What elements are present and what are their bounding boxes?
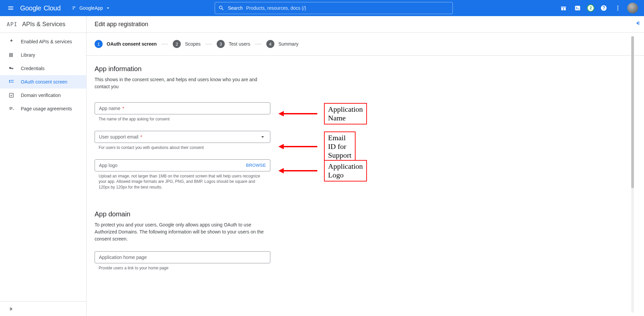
svg-point-4 xyxy=(617,6,618,7)
svg-rect-7 xyxy=(9,80,10,81)
step-number: 4 xyxy=(266,40,274,48)
global-search[interactable]: Search xyxy=(215,2,453,14)
svg-rect-13 xyxy=(639,21,639,25)
verified-icon xyxy=(8,92,14,98)
project-name: GoogleApp xyxy=(79,5,103,11)
help-icon xyxy=(600,5,607,11)
sidebar-title: APIs & Services xyxy=(22,21,65,28)
sidebar-item-label: Domain verification xyxy=(21,93,61,98)
svg-rect-10 xyxy=(11,82,14,83)
home-page-input[interactable]: Application home page xyxy=(95,251,270,263)
dropdown-icon xyxy=(105,5,111,11)
svg-point-6 xyxy=(617,9,618,10)
gift-button[interactable] xyxy=(559,3,568,13)
step-test-users[interactable]: 3 Test users xyxy=(217,40,250,48)
search-label: Search xyxy=(228,5,243,11)
step-label: OAuth consent screen xyxy=(107,41,157,47)
annotation-app-logo: Application Logo xyxy=(324,160,367,181)
step-separator xyxy=(255,44,262,44)
account-avatar[interactable] xyxy=(627,3,638,13)
annotation-arrow xyxy=(278,111,317,116)
app-info-desc: This shows in the consent screen, and he… xyxy=(95,76,266,90)
cloud-shell-icon xyxy=(574,5,581,11)
sidebar-item-credentials[interactable]: Credentials xyxy=(0,62,86,75)
annotation-support-email: Email ID for Support xyxy=(324,131,356,162)
enabled-apis-icon xyxy=(8,39,14,45)
gift-icon xyxy=(560,5,567,11)
app-name-help: The name of the app asking for consent xyxy=(95,116,266,122)
sidebar-item-enabled-apis[interactable]: Enabled APIs & services xyxy=(0,35,86,48)
sidebar-header: API APIs & Services xyxy=(0,16,86,33)
svg-rect-12 xyxy=(10,307,11,311)
step-summary[interactable]: 4 Summary xyxy=(266,40,299,48)
step-scopes[interactable]: 2 Scopes xyxy=(173,40,201,48)
app-name-label: App name xyxy=(99,106,120,111)
chevron-left-bar-icon xyxy=(634,19,641,27)
agreements-icon xyxy=(8,106,14,112)
page-title: Edit app registration xyxy=(95,21,148,28)
logo-text-google: Google xyxy=(20,4,41,12)
key-icon xyxy=(8,65,14,71)
step-separator xyxy=(161,44,168,44)
console-button[interactable] xyxy=(573,3,582,13)
step-separator xyxy=(205,44,212,44)
notifications-badge[interactable]: 2 xyxy=(587,4,594,12)
search-icon xyxy=(218,5,224,11)
app-info-heading: App information xyxy=(95,65,270,73)
help-button[interactable] xyxy=(599,3,608,13)
svg-rect-11 xyxy=(9,93,13,97)
menu-button[interactable] xyxy=(4,1,17,15)
sidebar-item-page-usage[interactable]: Page usage agreements xyxy=(0,102,86,115)
app-name-input[interactable]: App name * xyxy=(95,102,270,114)
annotation-arrow xyxy=(278,144,317,149)
scrollbar[interactable] xyxy=(631,36,634,313)
support-email-select[interactable]: User support email * xyxy=(95,131,270,143)
app-logo-input[interactable]: App logo BROWSE xyxy=(95,159,270,171)
logo-text-cloud: Cloud xyxy=(44,4,61,12)
more-button[interactable] xyxy=(613,3,623,13)
project-icon xyxy=(71,5,77,11)
sidebar-item-oauth-consent[interactable]: OAuth consent screen xyxy=(0,75,86,89)
search-input[interactable] xyxy=(246,5,449,11)
sidebar-collapse[interactable] xyxy=(0,301,86,316)
svg-point-5 xyxy=(617,7,618,8)
support-email-help: For users to contact you with questions … xyxy=(95,145,266,151)
api-mark: API xyxy=(7,21,17,28)
svg-point-1 xyxy=(74,6,75,7)
annotation-app-name: Application Name xyxy=(324,103,367,124)
step-oauth-consent[interactable]: 1 OAuth consent screen xyxy=(95,40,157,48)
sidebar: API APIs & Services Enabled APIs & servi… xyxy=(0,16,87,316)
library-icon xyxy=(8,52,14,58)
dropdown-icon xyxy=(259,134,266,140)
panel-collapse-right[interactable] xyxy=(631,19,644,27)
svg-rect-8 xyxy=(9,82,10,83)
step-label: Test users xyxy=(229,41,250,47)
home-page-label: Application home page xyxy=(99,255,266,260)
app-domain-desc: To protect you and your users, Google on… xyxy=(95,221,266,243)
svg-point-0 xyxy=(72,6,73,7)
page-header: Edit app registration xyxy=(87,16,644,33)
svg-point-2 xyxy=(72,8,73,9)
annotation-arrow xyxy=(278,168,317,173)
sidebar-item-library[interactable]: Library xyxy=(0,48,86,62)
step-number: 1 xyxy=(95,40,103,48)
app-logo-label: App logo xyxy=(99,163,246,168)
project-picker[interactable]: GoogleApp xyxy=(69,4,113,12)
step-label: Scopes xyxy=(185,41,201,47)
scrollbar-thumb[interactable] xyxy=(631,36,634,188)
sidebar-item-label: OAuth consent screen xyxy=(21,79,67,85)
top-header: Google Cloud GoogleApp Search 2 xyxy=(0,0,644,16)
step-number: 2 xyxy=(173,40,181,48)
gcloud-logo[interactable]: Google Cloud xyxy=(20,4,61,12)
more-vert-icon xyxy=(614,5,621,11)
step-label: Summary xyxy=(278,41,299,47)
sidebar-item-label: Enabled APIs & services xyxy=(21,39,72,44)
step-number: 3 xyxy=(217,40,225,48)
browse-button[interactable]: BROWSE xyxy=(246,163,266,168)
svg-rect-3 xyxy=(575,6,580,10)
sidebar-item-label: Credentials xyxy=(21,66,45,71)
support-email-label: User support email xyxy=(99,134,139,140)
consent-icon xyxy=(8,79,14,85)
sidebar-item-domain-verification[interactable]: Domain verification xyxy=(0,89,86,102)
home-page-help: Provide users a link to your home page xyxy=(95,265,266,271)
